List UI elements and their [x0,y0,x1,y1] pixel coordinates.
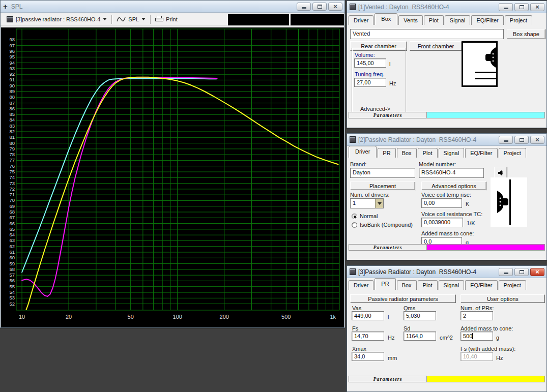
svg-text:85: 85 [9,111,15,117]
toolbar-separator [111,15,112,24]
restore-button[interactable] [514,136,529,144]
tab-eq-filter[interactable]: EQ/Filter [465,148,497,158]
parameters-bar: Parameters [349,376,545,382]
brand-field[interactable]: Dayton [350,168,415,178]
spl-titlebar[interactable]: + SPL × [1,1,344,13]
woofer-icon [482,47,497,68]
restore-button[interactable] [312,3,327,11]
tab-project[interactable]: Project [499,148,526,158]
plot-type-selector[interactable]: SPL [113,14,149,25]
sd-field[interactable]: 1164,0 [404,331,436,341]
restore-button[interactable] [514,268,529,276]
chevron-down-icon [141,18,146,20]
tab-signal[interactable]: Signal [439,148,465,158]
tab-project[interactable]: Project [505,15,532,25]
parameters-button[interactable]: Parameters [349,245,427,250]
spl-plot-area[interactable]: 5253545556575859606162636465666768697071… [1,27,344,327]
svg-text:96: 96 [9,48,15,54]
xmax-field[interactable]: 34,0 [352,352,384,361]
close-button[interactable]: × [530,268,544,276]
minimize-button[interactable] [297,3,311,11]
tab-driver[interactable]: Driver [349,146,377,158]
parameters-button[interactable]: Parameters [349,376,427,382]
fs-field[interactable]: 14,70 [352,331,384,341]
parameters-button[interactable]: Parameters [349,112,427,118]
volume-field[interactable]: 145,00 [354,58,386,68]
tab-eq-filter[interactable]: EQ/Filter [465,280,497,290]
tab-vents[interactable]: Vents [398,15,423,25]
pr-parameters-button[interactable]: Passive radiator parameters [350,294,456,303]
pr2-titlebar[interactable]: [2]Passive Radiator : Dayton RSS460HO-4 … [347,134,546,146]
tuning-freq-unit: Hz [389,80,396,86]
svg-text:72: 72 [9,186,15,192]
window-title: [2]Passive Radiator : Dayton RSS460HO-4 [358,136,499,143]
tab-box[interactable]: Box [397,280,417,290]
radio-normal-label: Normal [360,213,378,219]
vented-titlebar[interactable]: [1]Vented : Dayton RSS460HO-4 × [347,1,546,13]
tab-driver[interactable]: Driver [349,280,373,290]
num-drivers-select[interactable]: 1 [350,198,384,208]
toolbar-separator [150,15,151,24]
tuning-freq-label: Tuning freq. [355,71,384,77]
tab-pr[interactable]: PR [378,148,395,158]
svg-text:57: 57 [9,272,15,278]
tab-box[interactable]: Box [375,13,397,25]
num-prs-field[interactable]: 2 [460,311,493,320]
svg-text:1k: 1k [330,314,336,320]
minimize-button[interactable] [499,268,513,276]
radio-normal[interactable]: Normal [352,213,378,219]
radio-isobarik[interactable]: IsoBarik (Compound) [352,222,413,228]
radio-circle [352,214,357,219]
svg-text:93: 93 [9,66,15,71]
svg-text:60: 60 [9,255,15,260]
box-shape-button[interactable]: Box shape [507,29,545,39]
restore-button[interactable] [514,3,529,11]
tab-eq-filter[interactable]: EQ/Filter [471,15,503,25]
minimize-button[interactable] [499,136,513,144]
user-options-button[interactable]: User options [460,294,545,303]
source-selector[interactable]: [3]passive radiator : RSS460HO-4 [4,14,110,25]
tuning-freq-field[interactable]: 27,00 [354,78,386,87]
window-icon [7,16,13,22]
model-number-field[interactable]: RSS460HO-4 [419,168,484,178]
close-button[interactable]: × [530,136,544,144]
num-prs-label: Num. of PRs: [460,305,494,311]
box-type-select[interactable]: Vented [350,29,504,39]
tab-driver[interactable]: Driver [349,15,373,25]
fs-added-mass-field: 10,40 [460,352,493,361]
svg-text:10: 10 [19,314,25,320]
svg-text:92: 92 [9,71,15,77]
tab-box[interactable]: Box [397,148,417,158]
advanced-options-button[interactable]: Advanced options [421,182,486,190]
placement-button[interactable]: Placement [350,182,415,190]
svg-text:55: 55 [9,284,15,289]
minimize-button[interactable] [499,3,513,11]
pr3-titlebar[interactable]: [3]Passive Radiator : Dayton RSS460HO-4 … [347,266,546,278]
vc-temp-rise-field[interactable]: 0,00 [421,198,462,208]
dropdown-arrow-button[interactable] [375,199,383,208]
front-chamber-button[interactable]: Front chamber [410,41,462,51]
vc-resistance-tc-field[interactable]: 0,0039000 [421,218,463,227]
advanced-button[interactable]: Advanced-> [360,106,390,112]
pr-added-mass-field[interactable]: 500 [460,331,493,341]
tab-pr[interactable]: PR [375,278,395,290]
tab-plot[interactable]: Plot [418,280,438,290]
print-button[interactable]: Print [152,14,181,25]
vc-resistance-tc-label: Voice coil resistance TC: [421,211,482,217]
close-button[interactable]: × [530,3,544,11]
tab-plot[interactable]: Plot [424,15,444,25]
window-title: SPL [11,3,297,10]
vas-field[interactable]: 449,00 [352,311,384,320]
tab-plot[interactable]: Plot [418,148,438,158]
close-button[interactable]: × [328,3,342,11]
svg-text:90: 90 [9,83,15,88]
qms-field[interactable]: 5,030 [404,311,436,320]
waveform-icon [117,16,126,22]
speaker-test-button[interactable] [494,167,507,178]
svg-text:91: 91 [9,77,15,82]
svg-text:56: 56 [9,278,15,283]
tab-signal[interactable]: Signal [445,15,471,25]
tab-signal[interactable]: Signal [439,280,465,290]
pr-added-mass-label: Added mass to cone: [460,325,513,331]
tab-project[interactable]: Project [499,280,526,290]
